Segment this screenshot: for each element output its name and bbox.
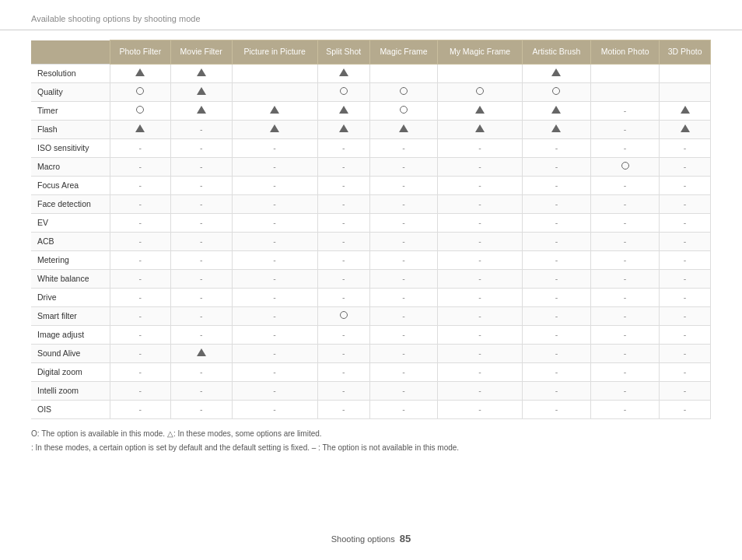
dash-icon: - [684, 348, 687, 358]
dash-icon: - [478, 255, 481, 264]
dash-icon: - [342, 292, 345, 302]
dash-icon: - [273, 218, 276, 227]
table-cell: - [232, 250, 317, 269]
table-cell [110, 82, 170, 101]
table-cell: - [369, 250, 437, 269]
table-cell: - [660, 344, 711, 362]
table-cell: - [317, 344, 369, 362]
table-cell: - [590, 101, 659, 120]
dash-icon: - [139, 180, 142, 190]
triangle-icon [339, 68, 348, 76]
dash-icon: - [555, 274, 558, 283]
dash-icon: - [200, 311, 203, 320]
column-header: Photo Filter [110, 40, 170, 65]
table-row: ISO sensitivity--------- [31, 138, 711, 157]
dash-icon: - [684, 311, 687, 320]
table-cell: - [522, 288, 590, 306]
table-cell [438, 101, 523, 120]
table-row: Drive--------- [31, 288, 711, 306]
triangle-icon [197, 68, 206, 76]
dash-icon: - [273, 367, 276, 376]
dash-icon: - [684, 274, 687, 283]
table-cell: - [170, 325, 232, 344]
table-cell [590, 82, 659, 101]
table-cell: - [438, 344, 523, 362]
dash-icon: - [555, 162, 558, 171]
table-cell: - [170, 138, 232, 157]
table-cell [232, 101, 317, 120]
row-label: Smart filter [31, 306, 110, 325]
dash-icon: - [624, 330, 627, 339]
dash-icon: - [342, 236, 345, 246]
dash-icon: - [139, 311, 142, 320]
row-label: Focus Area [31, 176, 110, 194]
table-cell: - [170, 362, 232, 381]
dash-icon: - [342, 162, 345, 171]
circle-icon [136, 106, 144, 114]
table-cell: - [660, 157, 711, 176]
dash-icon: - [273, 311, 276, 320]
table-cell: - [232, 325, 317, 344]
dash-icon: - [402, 218, 405, 227]
table-cell: - [660, 325, 711, 344]
triangle-icon [270, 106, 279, 114]
table-cell: - [522, 381, 590, 400]
dash-icon: - [555, 199, 558, 208]
dash-icon: - [342, 218, 345, 227]
dash-icon: - [342, 255, 345, 264]
dash-icon: - [478, 330, 481, 339]
table-cell: - [110, 344, 170, 362]
table-cell [110, 120, 170, 138]
table-cell [522, 101, 590, 120]
table-cell: - [317, 176, 369, 194]
row-label: Timer [31, 101, 110, 120]
table-cell: - [590, 306, 659, 325]
table-cell: - [438, 157, 523, 176]
dash-icon: - [402, 348, 405, 358]
dash-icon: - [624, 143, 627, 152]
table-row: Metering--------- [31, 250, 711, 269]
dash-icon: - [139, 236, 142, 246]
dash-icon: - [555, 180, 558, 190]
table-cell: - [590, 138, 659, 157]
table-cell: - [317, 250, 369, 269]
table-cell: - [170, 176, 232, 194]
dash-icon: - [139, 348, 142, 358]
column-header: Split Shot [317, 40, 369, 65]
circle-icon [476, 87, 484, 95]
table-cell: - [438, 400, 523, 418]
table-cell [369, 64, 437, 82]
table-cell: - [369, 213, 437, 232]
table-cell [170, 344, 232, 362]
table-cell: - [590, 176, 659, 194]
dash-icon: - [624, 106, 627, 115]
dash-icon: - [273, 143, 276, 152]
footer-text: Shooting options [331, 534, 395, 544]
table-cell: - [522, 176, 590, 194]
dash-icon: - [200, 404, 203, 414]
table-cell: - [590, 250, 659, 269]
dash-icon: - [402, 404, 405, 414]
dash-icon: - [402, 292, 405, 302]
table-cell: - [232, 344, 317, 362]
dash-icon: - [478, 236, 481, 246]
dash-icon: - [684, 218, 687, 227]
dash-icon: - [478, 218, 481, 227]
dash-icon: - [478, 162, 481, 171]
table-cell [522, 120, 590, 138]
dash-icon: - [342, 180, 345, 190]
table-cell [317, 120, 369, 138]
triangle-icon [339, 106, 348, 114]
dash-icon: - [402, 199, 405, 208]
dash-icon: - [200, 218, 203, 227]
table-row: Macro-------- [31, 157, 711, 176]
table-cell [660, 101, 711, 120]
table-cell: - [438, 232, 523, 250]
dash-icon: - [273, 199, 276, 208]
table-cell: - [170, 157, 232, 176]
dash-icon: - [478, 292, 481, 302]
row-label: EV [31, 213, 110, 232]
table-cell: - [522, 250, 590, 269]
page-footer: Shooting options 85 [0, 533, 742, 544]
dash-icon: - [555, 386, 558, 395]
